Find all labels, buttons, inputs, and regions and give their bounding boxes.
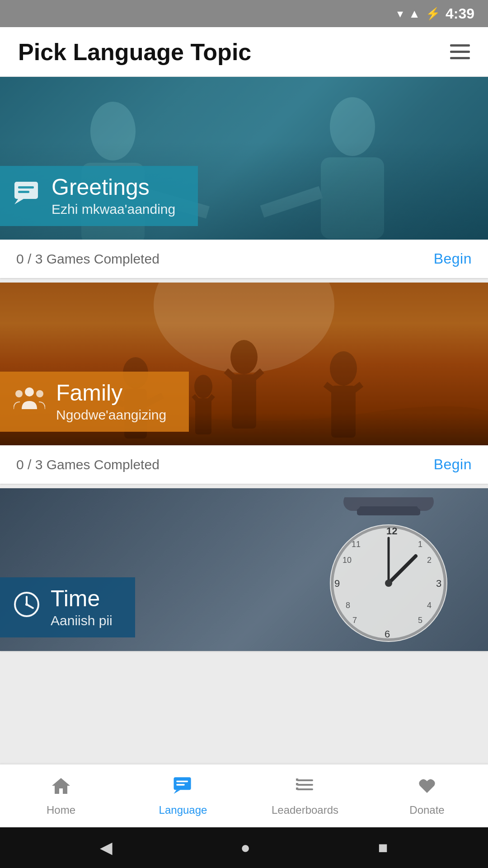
greetings-progress-row: 0 / 3 Games Completed Begin (0, 240, 488, 278)
status-time: 4:39 (446, 5, 474, 22)
svg-marker-57 (174, 790, 180, 794)
svg-text:10: 10 (343, 556, 352, 565)
family-text: Family Ngodwe'aangizing (56, 381, 166, 423)
nav-item-language[interactable]: Language (122, 764, 244, 827)
svg-text:2: 2 (427, 556, 432, 565)
topic-image-time: 12 3 6 9 1 2 4 5 11 10 8 7 (0, 488, 488, 651)
topic-image-greetings: Greetings Ezhi mkwaa'aanding (0, 77, 488, 240)
svg-text:9: 9 (334, 578, 340, 589)
svg-rect-59 (176, 783, 184, 785)
svg-point-54 (25, 603, 28, 606)
svg-text:3: 3 (436, 578, 441, 589)
clock-svg: 12 3 6 9 1 2 4 5 11 10 8 7 (316, 497, 461, 642)
svg-marker-7 (14, 199, 23, 204)
hamburger-line-1 (450, 44, 470, 47)
status-bar: ▾ ▲ ⚡ 4:39 (0, 0, 488, 27)
family-label-box: Family Ngodwe'aangizing (0, 372, 189, 432)
nav-label-language: Language (159, 804, 207, 816)
nav-item-leaderboards[interactable]: Leaderboards (244, 764, 366, 827)
svg-point-3 (330, 97, 375, 156)
time-label-box: Time Aaniish pii (0, 577, 135, 637)
language-icon (173, 776, 193, 800)
svg-text:12: 12 (386, 525, 397, 537)
leaderboards-icon (295, 776, 315, 800)
nav-item-donate[interactable]: Donate (366, 764, 488, 827)
hamburger-line-3 (450, 57, 470, 59)
people-icon (14, 387, 45, 417)
donate-icon (417, 776, 437, 800)
svg-point-29 (36, 390, 43, 397)
chat-icon (14, 181, 41, 212)
svg-rect-62 (297, 788, 313, 790)
svg-text:11: 11 (352, 540, 361, 549)
greetings-label-box: Greetings Ezhi mkwaa'aanding (0, 166, 198, 226)
svg-rect-64 (296, 783, 298, 785)
svg-point-28 (15, 390, 23, 397)
svg-rect-63 (296, 778, 298, 781)
family-subtitle: Ngodwe'aangizing (56, 407, 166, 423)
family-begin-button[interactable]: Begin (434, 456, 472, 473)
home-button[interactable]: ● (240, 838, 250, 857)
recents-button[interactable]: ■ (378, 838, 388, 857)
svg-text:7: 7 (352, 616, 357, 625)
svg-text:8: 8 (346, 601, 350, 610)
topic-card-time: 12 3 6 9 1 2 4 5 11 10 8 7 (0, 488, 488, 651)
nav-item-home[interactable]: Home (0, 764, 122, 827)
svg-point-0 (90, 102, 136, 160)
back-button[interactable]: ◀ (100, 838, 113, 857)
status-icons: ▾ ▲ ⚡ 4:39 (397, 5, 474, 22)
svg-point-15 (230, 340, 258, 374)
svg-line-5 (262, 192, 321, 212)
family-progress: 0 / 3 Games Completed (16, 457, 160, 472)
svg-rect-65 (296, 788, 298, 790)
svg-point-19 (330, 351, 357, 386)
topic-image-family: Family Ngodwe'aangizing (0, 283, 488, 445)
svg-rect-58 (176, 780, 188, 782)
svg-rect-31 (357, 506, 420, 515)
topics-list: Greetings Ezhi mkwaa'aanding 0 / 3 Games… (0, 77, 488, 764)
time-subtitle: Aaniish pii (51, 613, 113, 628)
topic-card-family: Family Ngodwe'aangizing 0 / 3 Games Comp… (0, 283, 488, 484)
time-text: Time Aaniish pii (51, 586, 113, 628)
clock-icon (14, 591, 40, 623)
svg-rect-9 (18, 191, 29, 193)
greetings-subtitle: Ezhi mkwaa'aanding (52, 202, 175, 217)
family-progress-row: 0 / 3 Games Completed Begin (0, 445, 488, 484)
topic-card-greetings: Greetings Ezhi mkwaa'aanding 0 / 3 Games… (0, 77, 488, 278)
family-name: Family (56, 381, 166, 406)
svg-text:1: 1 (418, 540, 422, 549)
greetings-name: Greetings (52, 175, 175, 200)
wifi-icon: ▾ (397, 7, 403, 21)
svg-rect-56 (174, 777, 191, 790)
svg-rect-6 (14, 182, 38, 199)
svg-rect-4 (321, 157, 384, 239)
svg-rect-61 (297, 784, 313, 786)
svg-text:6: 6 (385, 628, 390, 640)
nav-label-leaderboards: Leaderboards (272, 804, 338, 816)
greetings-begin-button[interactable]: Begin (434, 250, 472, 267)
time-name: Time (51, 586, 113, 611)
signal-icon: ▲ (408, 7, 420, 21)
family-label-overlay: Family Ngodwe'aangizing (0, 372, 189, 432)
svg-marker-55 (52, 778, 70, 794)
android-nav-bar: ◀ ● ■ (0, 827, 488, 868)
time-label-overlay: Time Aaniish pii (0, 577, 135, 637)
svg-point-23 (194, 375, 212, 398)
greetings-text: Greetings Ezhi mkwaa'aanding (52, 175, 175, 217)
svg-point-27 (25, 387, 34, 396)
home-icon (51, 776, 71, 800)
battery-icon: ⚡ (426, 7, 440, 21)
bottom-nav: Home Language Leaderboards (0, 764, 488, 827)
hamburger-line-2 (450, 51, 470, 53)
svg-text:5: 5 (418, 616, 422, 625)
svg-rect-8 (18, 186, 34, 189)
nav-label-home: Home (47, 804, 75, 816)
svg-point-50 (385, 580, 392, 587)
app-bar: Pick Language Topic (0, 27, 488, 77)
page-title: Pick Language Topic (18, 38, 251, 66)
svg-rect-60 (297, 779, 313, 781)
svg-text:4: 4 (427, 601, 432, 610)
menu-button[interactable] (450, 44, 470, 59)
greetings-label-overlay: Greetings Ezhi mkwaa'aanding (0, 166, 198, 226)
greetings-progress: 0 / 3 Games Completed (16, 251, 160, 267)
